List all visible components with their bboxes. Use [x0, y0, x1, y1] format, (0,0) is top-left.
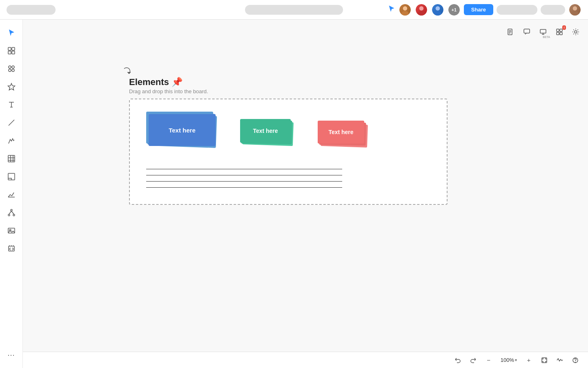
line-3 [146, 181, 342, 182]
svg-point-33 [11, 209, 12, 211]
elements-panel: Elements 📌 Drag and drop this into the b… [129, 77, 448, 205]
svg-line-37 [11, 211, 14, 214]
avatar-plus-counter[interactable]: +1 [448, 3, 461, 16]
topbar-user-info [497, 5, 537, 15]
sidebar-item-draw[interactable] [3, 132, 20, 149]
sidebar-item-elements[interactable] [3, 61, 20, 77]
svg-rect-14 [560, 32, 562, 35]
svg-point-2 [419, 6, 424, 11]
svg-rect-26 [8, 155, 15, 162]
blue-sticker-main[interactable]: Text here [149, 114, 216, 146]
sidebar-item-text[interactable] [3, 96, 20, 113]
panel-title-text: Elements [129, 77, 169, 88]
left-sidebar: ··· [0, 20, 23, 368]
sidebar-item-frames[interactable] [3, 43, 20, 59]
svg-point-15 [575, 31, 577, 33]
svg-rect-38 [8, 228, 15, 233]
svg-rect-45 [542, 358, 547, 363]
avatar-user3[interactable] [431, 3, 444, 16]
topbar-action [541, 5, 565, 15]
sidebar-item-chart[interactable] [3, 186, 20, 203]
zoom-in-button[interactable]: + [523, 354, 535, 366]
svg-point-20 [9, 66, 11, 68]
settings-button[interactable] [568, 25, 583, 39]
pink-sticker-text: Text here [328, 129, 353, 135]
sidebar-item-favorites[interactable] [3, 79, 20, 95]
svg-point-35 [13, 214, 15, 216]
zoom-in-label: + [527, 357, 531, 364]
dashed-box: Text here Text here Text here [129, 99, 448, 205]
sidebar-item-embed[interactable] [3, 240, 20, 257]
zoom-level-display[interactable]: 100% ▾ [498, 357, 519, 363]
panel-subtitle: Drag and drop this into the board. [129, 88, 448, 94]
svg-point-34 [8, 214, 10, 216]
sidebar-item-line[interactable] [3, 114, 20, 131]
line-1 [146, 169, 342, 169]
pink-sticker-main[interactable]: Text here [318, 121, 364, 144]
topbar: +1 Share [0, 0, 588, 20]
panel-title: Elements 📌 [129, 77, 448, 88]
pages-button[interactable] [503, 25, 518, 39]
line-2 [146, 175, 342, 175]
sidebar-item-select[interactable] [3, 25, 20, 41]
svg-rect-9 [524, 29, 530, 33]
svg-point-6 [573, 6, 577, 11]
svg-marker-44 [128, 72, 130, 74]
zoom-out-label: − [487, 357, 490, 364]
pink-sticker-stack[interactable]: Text here [318, 121, 367, 148]
zoom-out-button[interactable]: − [483, 354, 495, 366]
undo-button[interactable] [452, 354, 464, 366]
topbar-title[interactable] [7, 5, 56, 15]
svg-rect-18 [8, 51, 11, 54]
help-button[interactable] [569, 354, 581, 366]
svg-marker-24 [8, 83, 15, 90]
green-sticker-main[interactable]: Text here [240, 119, 291, 143]
svg-rect-19 [12, 51, 15, 54]
frames-button[interactable]: ! [552, 25, 567, 39]
lines-section [146, 169, 430, 188]
svg-rect-10 [540, 29, 546, 33]
sidebar-item-sticky[interactable] [3, 168, 20, 185]
redo-button[interactable] [467, 354, 479, 366]
line-4 [146, 187, 342, 188]
stickers-row: Text here Text here Text here [146, 112, 430, 148]
svg-rect-12 [560, 29, 562, 31]
sidebar-item-diagram[interactable] [3, 204, 20, 221]
zoom-chevron-icon: ▾ [515, 358, 517, 362]
green-sticker-stack[interactable]: Text here [240, 119, 293, 148]
svg-rect-17 [12, 47, 15, 50]
sidebar-item-image[interactable] [3, 222, 20, 239]
zoom-level-text: 100% [501, 357, 514, 363]
topbar-left [7, 5, 56, 15]
svg-point-0 [403, 6, 408, 11]
svg-point-5 [434, 11, 441, 16]
svg-point-21 [12, 66, 14, 68]
present-button[interactable]: BETA [536, 25, 550, 39]
blue-sticker-stack[interactable]: Text here [146, 112, 216, 148]
panel-header: Elements 📌 Drag and drop this into the b… [129, 77, 448, 94]
svg-line-25 [9, 120, 14, 126]
avatar-user1[interactable] [399, 3, 412, 16]
right-toolbar: BETA ! [503, 25, 583, 39]
comment-button[interactable] [519, 25, 534, 39]
fit-to-screen-button[interactable] [538, 354, 550, 366]
share-button[interactable]: Share [464, 4, 493, 15]
svg-point-47 [575, 362, 576, 362]
svg-rect-11 [557, 29, 559, 31]
bottom-bar: − 100% ▾ + [23, 352, 588, 368]
svg-point-3 [418, 11, 425, 16]
rotate-handle[interactable] [121, 65, 133, 78]
svg-point-22 [9, 69, 11, 72]
svg-point-4 [436, 6, 440, 11]
svg-rect-13 [557, 32, 559, 35]
svg-point-1 [401, 11, 409, 16]
avatar-user2[interactable] [415, 3, 428, 16]
topbar-center-search[interactable] [245, 5, 343, 15]
avatar-current-user[interactable] [568, 3, 581, 16]
topbar-right: +1 Share [388, 3, 581, 16]
canvas[interactable]: Elements 📌 Drag and drop this into the b… [23, 20, 588, 352]
sidebar-item-more[interactable]: ··· [3, 347, 20, 363]
sidebar-item-table[interactable] [3, 150, 20, 167]
blue-sticker-text: Text here [169, 127, 196, 134]
activity-button[interactable] [554, 354, 566, 366]
